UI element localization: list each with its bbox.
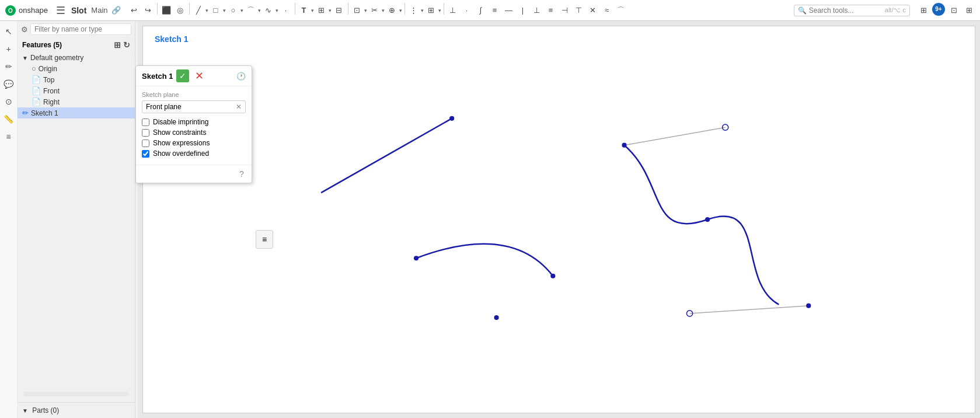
filter-bar: ⚙ <box>18 21 135 38</box>
sketch-clock-icon[interactable]: 🕐 <box>236 72 246 81</box>
toolbar-slots[interactable]: ⊟ <box>333 3 346 18</box>
top-icon: 📄 <box>32 75 41 84</box>
canvas-inner: Sketch 1 <box>142 26 975 413</box>
collapse-icon: ▼ <box>22 55 28 61</box>
toolbar-arc2[interactable]: ⌒ <box>615 3 627 18</box>
sidebar-icon-pattern[interactable]: ⊙ <box>2 95 16 109</box>
toolbar-shape[interactable]: ⊞▾ <box>315 3 332 18</box>
show-constraints-label: Show constraints <box>153 128 206 137</box>
toolbar-arc[interactable]: ⌒▾ <box>245 3 261 18</box>
toolbar-perp[interactable]: ⊥ <box>531 3 543 18</box>
grid-view-button[interactable]: ⊞ <box>962 3 975 18</box>
feature-tree: ⚙ Features (5) ⊞ ↻ ▼ Default geometry ○ … <box>18 21 135 418</box>
toolbar-pattern[interactable]: ⊞▾ <box>425 3 441 18</box>
sidebar-icon-bar: ↖ + ✏ 💬 ⊙ 📏 ≡ <box>0 21 18 418</box>
filter-input[interactable] <box>30 23 131 35</box>
top-label: Top <box>43 76 54 84</box>
sidebar-icon-note[interactable]: 💬 <box>2 77 16 91</box>
tree-item-origin[interactable]: ○ Origin <box>18 63 135 74</box>
toolbar-fix[interactable]: ✕ <box>587 3 599 18</box>
sidebar-icon-sketch[interactable]: ✏ <box>2 60 16 74</box>
default-geometry-header[interactable]: ▼ Default geometry <box>18 53 135 63</box>
toolbar-line[interactable]: ╱▾ <box>192 3 208 18</box>
show-expressions-checkbox[interactable] <box>142 140 149 147</box>
share-button[interactable]: ⊞ <box>917 3 930 18</box>
toolbar-spline[interactable]: ∿▾ <box>262 3 278 18</box>
svg-point-3 <box>449 116 454 121</box>
toolbar-clipboard[interactable]: ⬛ <box>160 3 173 18</box>
toolbar-horizontal[interactable]: — <box>503 3 515 18</box>
toolbar-coincident[interactable]: · <box>461 3 473 18</box>
right-icon: 📄 <box>32 97 41 106</box>
option-show-overdefined: Show overdefined <box>142 149 246 158</box>
sidebar-icon-select[interactable]: ↖ <box>2 25 16 39</box>
svg-point-5 <box>550 274 555 278</box>
help-button[interactable]: ? <box>235 168 248 180</box>
toolbar-sym[interactable]: ⊣ <box>559 3 571 18</box>
toolbar-vertical[interactable]: | <box>517 3 529 18</box>
redo-button[interactable]: ↪ <box>142 3 155 18</box>
sketch-panel-footer: ? <box>136 165 252 183</box>
onshape-logo[interactable]: O onshape <box>5 5 48 16</box>
toolbar-equal[interactable]: ≡ <box>489 3 501 18</box>
search-box[interactable]: 🔍 alt/⌥ c <box>794 5 910 16</box>
toolbar-tangent[interactable]: ∫ <box>475 3 487 18</box>
features-action-2[interactable]: ↻ <box>123 40 130 50</box>
toolbar-text[interactable]: T▾ <box>298 3 314 18</box>
toolbar-constraints[interactable]: ⊥ <box>447 3 459 18</box>
toolbar-rectangle[interactable]: □▾ <box>210 3 226 18</box>
svg-point-13 <box>705 217 710 222</box>
tree-item-top[interactable]: 📄 Top <box>18 74 135 85</box>
tree-item-right[interactable]: 📄 Right <box>18 96 135 107</box>
undo-button[interactable]: ↩ <box>128 3 141 18</box>
toolbar-parallel[interactable]: ≡ <box>545 3 557 18</box>
parts-section: ▼ Parts (0) <box>18 402 135 418</box>
filter-icon: ⚙ <box>21 25 28 34</box>
disable-imprinting-label: Disable imprinting <box>153 118 208 126</box>
parts-collapse-icon[interactable]: ▼ <box>22 407 28 414</box>
close-plane-icon[interactable]: ✕ <box>236 103 242 111</box>
user-avatar[interactable]: 9+ <box>932 3 945 16</box>
sketch-confirm-button[interactable]: ✓ <box>176 69 189 82</box>
option-show-constraints: Show constraints <box>142 128 246 137</box>
toolbar-midpoint[interactable]: ⊤ <box>573 3 585 18</box>
sketch1-label: Sketch 1 <box>31 109 58 117</box>
list-view-button[interactable]: ⊡ <box>947 3 960 18</box>
sketch-panel: Sketch 1 ✓ ✕ 🕐 Sketch plane Front plane … <box>135 65 252 183</box>
show-overdefined-checkbox[interactable] <box>142 150 149 158</box>
toolbar-point[interactable]: · <box>280 3 292 18</box>
left-sidebar: ↖ + ✏ 💬 ⊙ 📏 ≡ ⚙ Features (5) ⊞ ↻ <box>0 21 135 418</box>
sketch1-icon: ✏ <box>22 109 29 117</box>
sketch-plane-label: Sketch plane <box>142 91 246 98</box>
toolbar-circle[interactable]: ○▾ <box>227 3 243 18</box>
sketch-close-button[interactable]: ✕ <box>193 69 205 82</box>
show-constraints-checkbox[interactable] <box>142 129 149 137</box>
option-disable-imprinting: Disable imprinting <box>142 118 246 126</box>
toolbar-target[interactable]: ◎ <box>174 3 187 18</box>
toolbar-offset[interactable]: ⊕▾ <box>386 3 402 18</box>
toolbar-dimension[interactable]: ⋮▾ <box>407 3 424 18</box>
disable-imprinting-checkbox[interactable] <box>142 119 149 126</box>
parts-label: Parts (0) <box>32 406 59 414</box>
sidebar-icon-add[interactable]: + <box>2 42 16 56</box>
branch-name: Main <box>91 6 107 15</box>
toolbar-transform[interactable]: ⊡▾ <box>351 3 367 18</box>
link-icon[interactable]: 🔗 <box>111 6 121 15</box>
toolbar-trim[interactable]: ✂▾ <box>368 3 385 18</box>
sketch-svg <box>143 26 975 413</box>
tree-item-sketch1[interactable]: ✏ Sketch 1 <box>18 107 135 119</box>
tree-item-front[interactable]: 📄 Front <box>18 85 135 96</box>
sidebar-icon-measure[interactable]: 📏 <box>2 112 16 126</box>
sketch-panel-header: Sketch 1 ✓ ✕ 🕐 <box>136 66 252 86</box>
svg-point-6 <box>494 315 498 320</box>
front-label: Front <box>43 87 60 95</box>
svg-point-4 <box>414 256 418 260</box>
hamburger-menu[interactable]: ☰ <box>53 2 69 19</box>
features-action-1[interactable]: ⊞ <box>114 40 121 50</box>
show-expressions-label: Show expressions <box>153 139 210 147</box>
sketch-plane-selector[interactable]: Front plane ✕ <box>142 100 246 113</box>
search-input[interactable] <box>809 6 885 15</box>
sidebar-icon-list[interactable]: ≡ <box>2 130 16 144</box>
toolbar-pierce[interactable]: ≈ <box>601 3 613 18</box>
sketch-expand-button[interactable]: ≡ <box>256 230 273 249</box>
